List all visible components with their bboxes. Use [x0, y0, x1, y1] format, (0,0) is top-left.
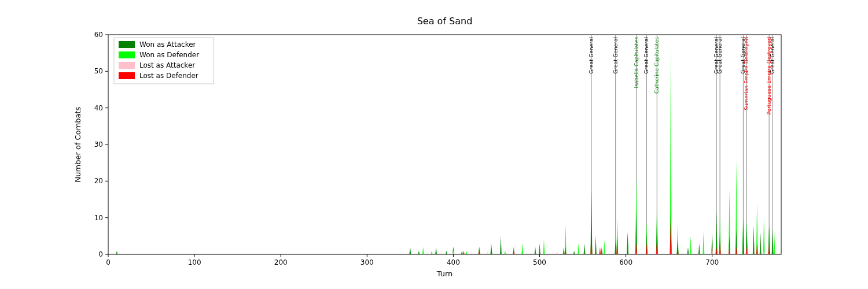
x-tick-label: 200	[274, 258, 288, 266]
x-tick-label: 100	[188, 258, 201, 266]
chart-container: 01002003004005006007000102030405060TurnN…	[0, 0, 868, 289]
legend-swatch	[119, 72, 135, 79]
legend-label: Won as Defender	[139, 51, 199, 59]
legend-swatch	[119, 51, 135, 58]
legend-label: Lost as Attacker	[139, 61, 195, 69]
x-tick-label: 600	[619, 258, 632, 266]
x-tick-label: 300	[361, 258, 374, 266]
legend-swatch	[119, 41, 135, 48]
data-series	[116, 188, 773, 254]
y-tick-label: 20	[94, 177, 103, 185]
event-label: Great General	[643, 37, 649, 73]
event-label: Sumerian Empire Destroyed	[744, 37, 749, 110]
x-axis-label: Turn	[436, 269, 453, 278]
x-tick-label: 500	[533, 258, 546, 266]
y-axis-label: Number of Combats	[73, 106, 82, 182]
x-tick-label: 400	[447, 258, 460, 266]
y-tick-label: 50	[94, 67, 103, 75]
event-label: Catherine Capitulates	[654, 37, 660, 94]
y-tick-label: 30	[94, 140, 103, 149]
y-tick-label: 40	[94, 104, 103, 112]
y-tick-label: 60	[94, 31, 103, 39]
event-label: Isabella Capitulates	[634, 37, 639, 88]
x-tick-label: 700	[705, 258, 719, 266]
event-label: Great General	[589, 37, 594, 73]
legend-label: Won as Attacker	[139, 40, 196, 49]
data-series	[453, 243, 765, 254]
event-label: Great General	[613, 37, 619, 73]
y-tick-label: 0	[98, 250, 103, 258]
event-label: Great General	[717, 37, 723, 73]
chart-title: Sea of Sand	[417, 16, 473, 27]
legend-label: Lost as Defender	[139, 72, 198, 80]
y-tick-label: 10	[94, 214, 103, 222]
x-tick-label: 0	[106, 258, 111, 266]
event-label: Great General	[770, 37, 775, 73]
legend-swatch	[119, 62, 135, 69]
data-series	[463, 218, 770, 254]
